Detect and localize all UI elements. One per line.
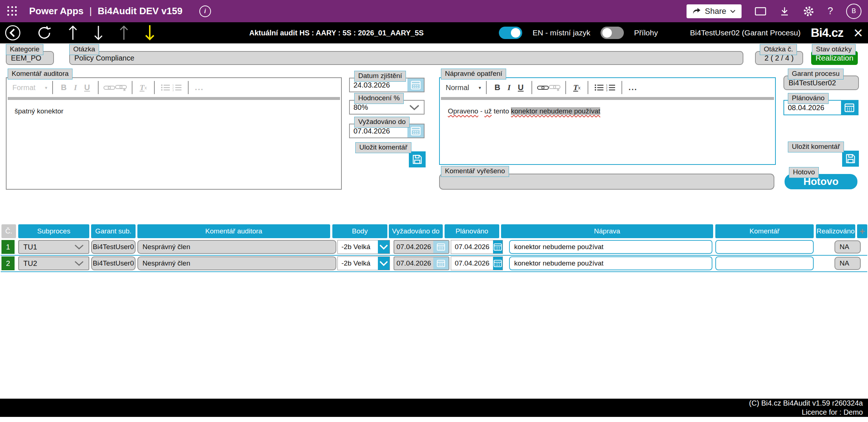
naprava-input[interactable]: konektor nebudeme používat <box>509 240 712 254</box>
planovano-field[interactable]: 07.04.2026 <box>451 240 503 254</box>
avatar[interactable]: B <box>846 4 861 19</box>
kategorie-label: Kategorie <box>6 44 43 55</box>
numbered-list-icon[interactable]: 123 <box>605 84 617 91</box>
vyzadovano-do-label: Vyžadováno do <box>354 117 410 128</box>
current-user-label: Bi4TestUser02 (Garant Procesu) <box>690 28 800 37</box>
settings-gear-icon[interactable] <box>803 5 814 17</box>
share-button[interactable]: Share <box>687 4 742 18</box>
svg-text:2: 2 <box>606 86 607 89</box>
calendar-icon[interactable] <box>493 240 503 253</box>
caret-down-icon: ▾ <box>478 85 481 90</box>
language-toggle-label: EN - místní jazyk <box>532 28 590 37</box>
ulozit-komentar-label: Uložit komentář <box>355 142 411 153</box>
current-audit-label: Aktuální audit HS : AARY : 5S : 2026_01_… <box>249 22 424 43</box>
calendar-icon[interactable] <box>841 101 858 115</box>
garant-sub-value: Bi4TestUser0 <box>91 256 136 270</box>
chevron-down-icon <box>405 101 424 114</box>
komentar-input[interactable] <box>715 256 814 270</box>
back-button[interactable] <box>4 24 21 41</box>
body-dropdown[interactable]: -2b Velká <box>337 240 390 254</box>
share-label: Share <box>705 7 726 16</box>
calendar-icon[interactable] <box>493 257 503 270</box>
footer-bar: (C) Bi4.cz Bi4Audit v1.59 r260324a Licen… <box>0 399 868 417</box>
komentar-auditora-value: Nesprávný člen <box>137 256 336 270</box>
vyzadovano-do-field: 07.04.2026 <box>394 240 449 254</box>
napravne-opatreni-label: Nápravné opatření <box>441 69 506 80</box>
refresh-icon[interactable] <box>36 25 52 41</box>
planovano-label: Plánováno <box>788 93 829 104</box>
add-row-button[interactable]: + <box>857 224 867 238</box>
footer-version: (C) Bi4.cz Bi4Audit v1.59 r260324a <box>749 399 863 408</box>
svg-text:1: 1 <box>606 84 607 86</box>
row-number: 2 <box>1 256 15 270</box>
svg-text:3: 3 <box>172 89 174 91</box>
link-icon[interactable] <box>537 84 549 91</box>
calendar-icon[interactable] <box>407 124 424 138</box>
datum-zjisteni-label: Datum zjištění <box>354 71 406 82</box>
chevron-down-icon <box>74 260 84 266</box>
power-apps-header: Power Apps | Bi4Audit DEV v159 i Share <box>0 0 868 22</box>
selected-text: konektor nebudeme používat <box>511 107 600 115</box>
col-header-vyzadovano-do: Vyžadováno do <box>389 224 443 238</box>
underline-icon[interactable]: U <box>515 83 527 92</box>
save-comment-button[interactable] <box>409 151 426 167</box>
auditor-editor-toolbar: Format▾ B I U Tx 123 <box>7 78 341 97</box>
calendar-icon <box>433 241 449 253</box>
auditor-comment-text[interactable]: špatný konektor <box>7 100 341 123</box>
waffle-icon[interactable] <box>7 6 17 16</box>
next-question-icon-highlight[interactable] <box>144 24 155 42</box>
app-screen: Power Apps | Bi4Audit DEV v159 i Share <box>0 0 868 422</box>
numbered-list-icon: 123 <box>171 84 183 91</box>
auditor-comment-editor[interactable]: Format▾ B I U Tx 123 <box>6 77 342 190</box>
prev-question-icon-disabled <box>119 24 129 41</box>
help-icon[interactable]: ? <box>828 5 833 17</box>
calendar-icon[interactable] <box>407 78 424 92</box>
vyzadovano-do-field: 07.04.2026 <box>394 256 449 270</box>
hotovo-label: Hotovo <box>789 167 819 178</box>
attachments-toggle[interactable] <box>601 27 624 39</box>
garant-procesu-label: Garant procesu <box>788 69 844 80</box>
more-options-icon: ... <box>193 83 205 92</box>
remove-format-icon[interactable]: Tx <box>571 83 583 92</box>
unlink-icon <box>115 84 127 91</box>
remedy-text[interactable]: Opraveno - už tento konektor nebudeme po… <box>440 100 775 123</box>
row-separator <box>1 255 867 256</box>
unlink-icon <box>549 84 560 91</box>
fit-screen-icon[interactable] <box>755 7 766 16</box>
info-icon[interactable]: i <box>199 5 211 17</box>
komentar-input[interactable] <box>715 240 814 254</box>
col-header-planovano: Plánováno <box>445 224 499 238</box>
body-dropdown[interactable]: -2b Velká <box>337 256 390 270</box>
bold-icon: B <box>58 83 70 92</box>
naprava-input[interactable]: konektor nebudeme používat <box>509 256 712 270</box>
powerapps-brand: Power Apps <box>29 5 83 17</box>
komentar-auditora-value: Nesprávný člen <box>137 240 336 254</box>
subproces-dropdown[interactable]: TU2 <box>18 256 89 270</box>
col-header-naprava: Náprava <box>501 224 713 238</box>
move-down-icon[interactable] <box>93 24 103 41</box>
move-up-icon[interactable] <box>68 24 78 41</box>
underline-icon: U <box>81 83 93 92</box>
planovano-field[interactable]: 07.04.2026 <box>451 256 503 270</box>
subproces-dropdown[interactable]: TU1 <box>18 240 89 254</box>
close-icon[interactable]: × <box>853 26 863 40</box>
more-options-icon[interactable]: ... <box>627 83 639 92</box>
editor-divider <box>8 97 340 100</box>
italic-icon[interactable]: I <box>503 83 515 92</box>
format-dropdown[interactable]: Normal▾ <box>446 84 481 92</box>
save-remedy-button[interactable] <box>842 151 859 167</box>
svg-text:2: 2 <box>172 86 174 89</box>
row-number: 1 <box>1 240 15 254</box>
col-header-komentar-auditora: Komentář auditora <box>137 224 330 238</box>
download-icon[interactable] <box>779 6 790 16</box>
otazka-label: Otázka <box>69 44 99 55</box>
remedy-editor-toolbar: Normal▾ B I U Tx 123 <box>440 78 775 97</box>
bold-icon[interactable]: B <box>492 83 503 92</box>
bullet-list-icon[interactable] <box>593 84 605 91</box>
language-toggle[interactable] <box>499 27 522 39</box>
stav-otazky-label: Stav otázky <box>812 44 856 55</box>
bullet-list-icon <box>160 84 171 91</box>
col-header-garant-sub: Garant sub. <box>91 224 136 238</box>
napravne-opatreni-editor[interactable]: Normal▾ B I U Tx 123 <box>439 77 776 165</box>
chevron-down-icon <box>378 257 390 270</box>
